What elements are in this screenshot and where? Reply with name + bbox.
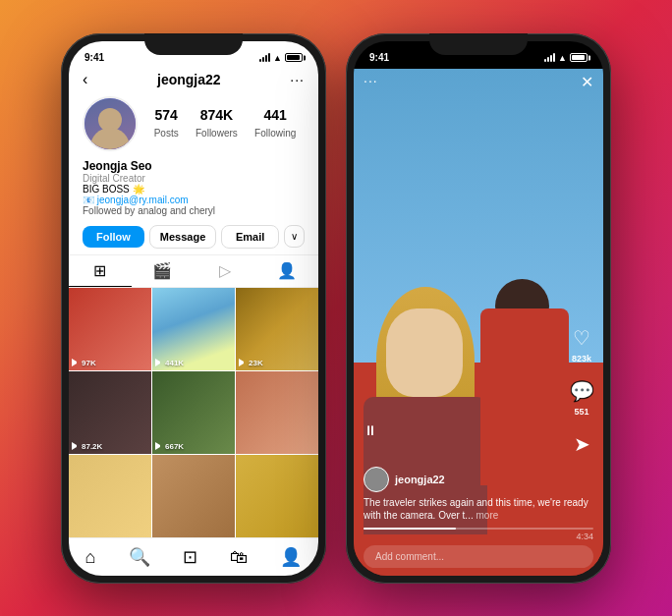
caption-more[interactable]: more <box>476 510 499 521</box>
bottom-nav: ⌂ 🔍 ⊡ 🛍 👤 <box>69 537 318 576</box>
nav-reels[interactable]: ⊡ <box>183 546 197 568</box>
back-button[interactable]: ‹ <box>83 71 87 88</box>
avatar <box>83 96 138 151</box>
heart-icon: ♡ <box>568 324 595 352</box>
video-avatar <box>364 467 389 492</box>
comment-input[interactable]: Add comment... <box>375 551 582 562</box>
following-count: 441 <box>254 107 296 123</box>
profile-username: jeongja22 <box>157 72 221 87</box>
avatar-image <box>84 98 136 149</box>
nav-profile[interactable]: 👤 <box>280 546 302 568</box>
share-icon: ➤ <box>568 430 595 458</box>
grid-item-5[interactable]: 667K <box>152 371 235 454</box>
profile-info: Jeongja Seo Digital Creator BIG BOSS 🌟 📧… <box>69 157 318 220</box>
followers-stat[interactable]: 874K Followers <box>196 107 238 140</box>
phone-screen: 9:41 ▲ ‹ jeongja22 ··· <box>69 41 318 576</box>
tab-grid[interactable]: ⊞ <box>69 255 132 287</box>
person1-face <box>386 308 463 397</box>
comment-action[interactable]: 💬 551 <box>568 377 595 417</box>
wifi-icon: ▲ <box>558 53 567 63</box>
posts-count: 574 <box>154 107 179 123</box>
status-time: 9:41 <box>369 52 389 63</box>
posts-label: Posts <box>154 128 179 139</box>
video-top-controls: ··· ✕ <box>354 69 603 95</box>
grid-item-3[interactable]: 23K <box>236 288 318 370</box>
play-icon <box>155 442 163 450</box>
status-time: 9:41 <box>84 52 104 63</box>
likes-count: 823k <box>572 354 591 364</box>
grid-item-9[interactable] <box>236 455 318 537</box>
content-tabs: ⊞ 🎬 ▷ 👤 <box>69 254 318 288</box>
profile-actions: Follow Message Email ∨ <box>69 220 318 254</box>
person2-body <box>480 308 569 485</box>
grid-item-1[interactable]: 97K <box>69 288 151 370</box>
profile-bio: BIG BOSS 🌟 <box>83 184 305 195</box>
more-button[interactable]: ∨ <box>284 225 305 248</box>
message-button[interactable]: Message <box>149 225 216 249</box>
status-icons: ▲ <box>544 53 588 63</box>
video-close-button[interactable]: ✕ <box>581 73 593 91</box>
video-progress-fill <box>364 528 456 530</box>
grid-stat-2: 441K <box>155 359 184 367</box>
nav-home[interactable]: ⌂ <box>85 547 96 568</box>
grid-item-2[interactable]: 441K <box>152 288 235 370</box>
grid-stat-3: 23K <box>239 359 263 367</box>
video-user-info: jeongja22 <box>364 467 593 492</box>
profile-header: ‹ jeongja22 ··· <box>69 69 318 92</box>
tab-reels[interactable]: 🎬 <box>132 255 195 287</box>
battery-icon <box>570 53 588 62</box>
grid-item-7[interactable] <box>69 455 151 537</box>
play-icon <box>72 359 80 366</box>
video-progress-bar[interactable] <box>364 528 593 530</box>
video-bottom-info: jeongja22 The traveler strikes again and… <box>354 467 603 576</box>
video-content: 9:41 ▲ <box>354 41 603 576</box>
nav-shop[interactable]: 🛍 <box>230 547 248 568</box>
phone-screen: 9:41 ▲ <box>354 41 603 576</box>
comment-input-bar[interactable]: Add comment... <box>364 545 593 568</box>
play-icon <box>239 359 247 366</box>
follow-button[interactable]: Follow <box>83 226 144 248</box>
video-side-actions: ♡ 823k 💬 551 ➤ <box>568 324 595 458</box>
phone-notch <box>144 33 243 55</box>
video-time: 4:34 <box>364 532 593 541</box>
status-icons: ▲ <box>259 53 303 63</box>
grid-item-4[interactable]: 87.2K <box>69 371 151 454</box>
play-pause-button[interactable]: ⏸ <box>364 422 377 438</box>
wifi-icon: ▲ <box>273 53 282 63</box>
like-action[interactable]: ♡ 823k <box>568 324 595 364</box>
stats-grid: 574 Posts 874K Followers 441 Following <box>145 107 305 140</box>
status-bar-dark: 9:41 ▲ <box>354 41 603 69</box>
grid-stat-5: 667K <box>155 442 184 451</box>
profile-stats-row: 574 Posts 874K Followers 441 Following <box>69 92 318 157</box>
email-button[interactable]: Email <box>221 225 279 249</box>
photo-grid: 97K 441K 23K 87.2K <box>69 288 318 537</box>
tab-play[interactable]: ▷ <box>194 255 256 287</box>
phone-1-profile: 9:41 ▲ ‹ jeongja22 ··· <box>61 33 326 584</box>
avatar-body <box>90 128 130 149</box>
tab-tagged[interactable]: 👤 <box>256 255 319 287</box>
video-username[interactable]: jeongja22 <box>395 474 445 485</box>
followers-count: 874K <box>196 107 238 123</box>
profile-role: Digital Creator <box>83 173 305 184</box>
more-options-button[interactable]: ··· <box>290 72 305 87</box>
play-icon <box>155 359 163 366</box>
nav-search[interactable]: 🔍 <box>129 546 150 568</box>
video-more-button[interactable]: ··· <box>364 73 378 91</box>
grid-stat-4: 87.2K <box>72 442 102 451</box>
grid-item-8[interactable] <box>152 455 235 537</box>
battery-icon <box>285 53 303 62</box>
signal-icon <box>544 53 555 62</box>
comments-count: 551 <box>574 407 588 417</box>
grid-stat-1: 97K <box>72 359 96 367</box>
following-stat[interactable]: 441 Following <box>254 107 296 140</box>
signal-icon <box>259 53 270 62</box>
video-caption: The traveler strikes again and this time… <box>364 496 593 522</box>
comment-icon: 💬 <box>568 377 595 405</box>
posts-stat[interactable]: 574 Posts <box>154 107 179 140</box>
profile-email[interactable]: 📧 jeongja@ry.mail.com <box>83 195 305 205</box>
following-label: Following <box>254 128 296 139</box>
grid-item-6[interactable] <box>236 371 318 454</box>
profile-followed-by: Followed by analog and cheryl <box>83 205 305 216</box>
share-action[interactable]: ➤ <box>568 430 595 458</box>
play-icon <box>72 442 80 450</box>
